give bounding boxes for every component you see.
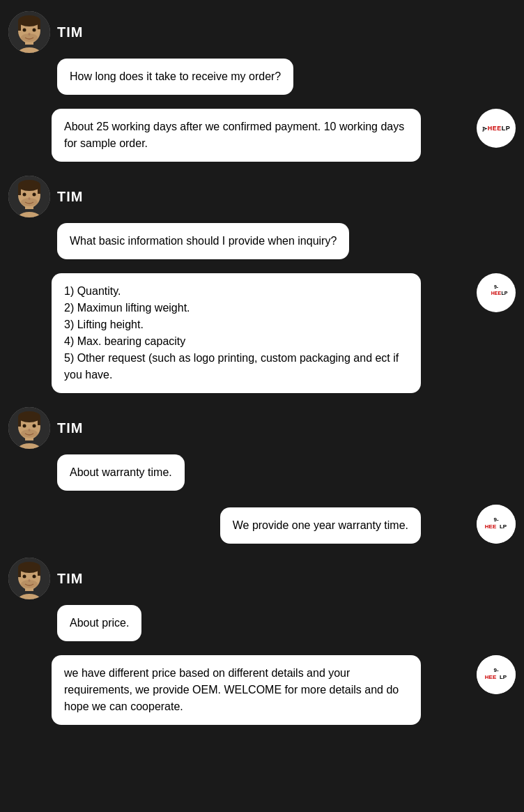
username-7: TIM [57, 571, 83, 587]
svg-rect-46 [18, 567, 21, 577]
svg-rect-6 [38, 21, 40, 29]
svg-rect-31 [18, 417, 21, 427]
user-bubble-7: About price. [57, 605, 141, 641]
svg-text:9-: 9- [493, 667, 498, 673]
user-header-3: TIM [8, 176, 83, 217]
svg-rect-16 [18, 185, 21, 195]
svg-point-51 [21, 580, 38, 588]
bot-bubble-4: 1) Quantity. 2) Maximun lifting weight. … [52, 273, 421, 393]
user-bubble-1: How long does it take to receive my orde… [57, 59, 293, 95]
message-group-5: TIM About warranty time. [8, 407, 516, 491]
svg-text:LP: LP [500, 523, 507, 530]
svg-rect-47 [38, 567, 40, 576]
svg-rect-32 [38, 417, 40, 425]
bot-text-4-line1: 1) Quantity. [64, 285, 121, 297]
svg-point-7 [23, 29, 26, 32]
bot-text-4-line5: 5) Other request (such as logo printing,… [64, 352, 399, 381]
avatar-3 [8, 176, 50, 217]
svg-text:LP: LP [500, 674, 507, 680]
svg-rect-17 [38, 185, 40, 194]
avatar-5 [8, 407, 50, 449]
svg-point-45 [18, 562, 40, 573]
bot-text-4-line2: 2) Maximun lifting weight. [64, 302, 190, 314]
bot-avatar-6: 9- HEE LP [477, 505, 516, 544]
svg-point-19 [33, 193, 36, 197]
bot-logo-2: 𝓹-HEELP [482, 123, 511, 132]
username-3: TIM [57, 189, 83, 205]
svg-point-33 [23, 424, 26, 428]
bot-row-4: 1) Quantity. 2) Maximun lifting weight. … [8, 273, 516, 393]
bot-bubble-8: we have different price based on differe… [52, 655, 421, 725]
bot-avatar-4: 9- HEE LP [477, 273, 516, 312]
svg-text:LP: LP [502, 291, 508, 296]
svg-point-18 [23, 193, 26, 197]
svg-rect-5 [18, 21, 21, 31]
user-bubble-5: About warranty time. [57, 454, 185, 491]
bot-bubble-2: About 25 working days after we confirmed… [52, 109, 421, 162]
bot-text-4-line3: 3) Lifting height. [64, 319, 144, 330]
svg-point-10 [21, 33, 38, 42]
username-5: TIM [57, 420, 83, 436]
svg-text:9-: 9- [494, 284, 499, 289]
user-bubble-3: What basic information should I provide … [57, 223, 349, 259]
svg-point-15 [18, 180, 40, 191]
svg-point-36 [21, 429, 38, 438]
svg-point-34 [33, 424, 36, 428]
user-header-7: TIM [8, 558, 83, 599]
svg-point-21 [21, 198, 38, 206]
bot-avatar-8: 9- HEE LP [477, 655, 516, 694]
svg-point-30 [18, 411, 40, 422]
bot-text-4-line4: 4) Max. bearing capacity [64, 335, 185, 347]
svg-text:HEE: HEE [491, 291, 502, 296]
svg-text:HEE: HEE [485, 523, 497, 530]
user-header-1: TIM [8, 11, 83, 53]
message-group-7: TIM About price. [8, 558, 516, 641]
svg-point-49 [33, 575, 36, 579]
avatar-7 [8, 558, 50, 599]
bot-row-6: We provide one year warranty time. 9- HE… [8, 505, 516, 544]
message-group-1: TIM How long does it take to receive my … [8, 11, 516, 95]
user-header-5: TIM [8, 407, 83, 449]
svg-point-8 [33, 29, 36, 32]
username-1: TIM [57, 24, 83, 40]
bot-avatar-2: 𝓹-HEELP [477, 109, 516, 148]
conversation: TIM How long does it take to receive my … [8, 11, 516, 739]
bot-bubble-6: We provide one year warranty time. [220, 507, 421, 544]
bot-logo-4: 9- HEE LP [479, 275, 513, 310]
message-group-3: TIM What basic information should I prov… [8, 176, 516, 259]
svg-text:9-: 9- [493, 516, 498, 523]
bot-row-2: About 25 working days after we confirmed… [8, 109, 516, 162]
avatar [8, 11, 50, 53]
svg-text:HEE: HEE [485, 674, 497, 680]
bot-row-8: we have different price based on differe… [8, 655, 516, 725]
svg-point-4 [18, 15, 40, 26]
svg-point-48 [23, 575, 26, 579]
